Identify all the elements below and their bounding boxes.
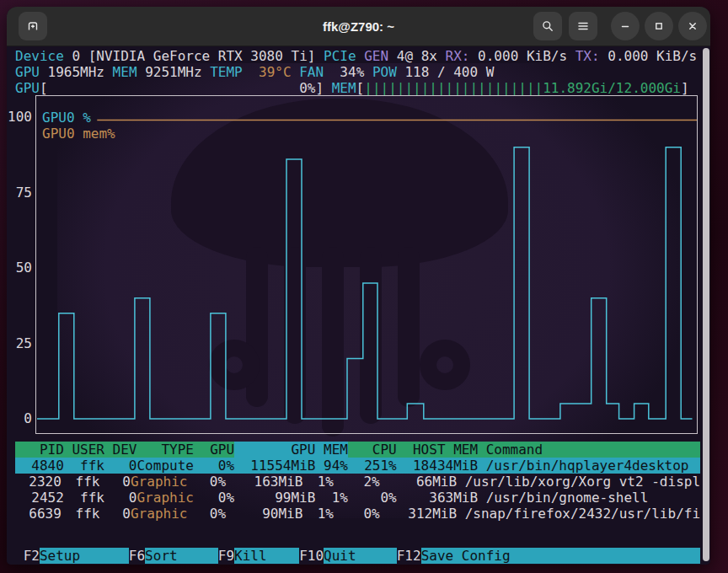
search-icon [541,19,554,33]
cell-command: /usr/bin/gnome-shell [478,490,700,506]
text-segment: 39°C [259,64,292,80]
y-tick-label: 50 [7,260,32,276]
cell-gpu: 0% [187,506,226,522]
cell-type: Graphic [131,474,187,490]
text-segment: [ [356,80,365,96]
text-segment: 4@ 8x [388,48,445,64]
process-row[interactable]: 2320 ffk 0 Graphic 0% 163MiB 1% 2% 66MiB… [15,474,700,490]
header-gpu: GPU [194,442,234,458]
function-key-action: Kill [234,548,299,564]
minimize-button[interactable] [611,12,640,40]
chart-legend: GPU0 % GPU0 mem% [42,110,115,142]
function-key-item[interactable]: F9 Kill [218,548,299,564]
footer-lead-space [15,548,24,564]
legend-gpu-label: GPU0 % [42,110,115,126]
cell-host-mem: 66MiB [380,474,457,490]
text-segment: 1965MHz [40,64,113,80]
process-row[interactable]: 6639 ffk 0 Graphic 0% 90MiB 1% 0% 312MiB… [15,506,700,522]
text-segment: MEM [332,80,356,96]
cell-command: /snap/firefox/2432/usr/lib/fi [457,506,700,522]
cell-dev: 0 [99,506,131,522]
legend-mem-label: GPU0 mem% [42,126,115,142]
header-gpu-mem: GPU [234,442,315,458]
cell-gpu-mem: 163MiB [226,474,302,490]
text-segment: FAN [299,64,324,80]
text-segment: [ [40,80,48,96]
menu-button[interactable] [569,12,597,40]
text-segment: 0 [NVIDIA GeForce RTX 3080 Ti] [64,48,324,64]
process-table-header[interactable]: PID USER DEV TYPE GPU GPU MEM CPU HOST M… [15,442,700,458]
terminal-window: ffk@Z790: ~ [7,7,710,565]
cell-mem: 1% [315,490,348,506]
function-key-action: Setup [40,548,129,564]
cell-pid: 2452 [15,490,64,506]
function-key-action: Quit [324,548,397,564]
cell-mem: 1% [302,506,334,522]
text-segment [292,64,300,80]
cell-gpu: 0% [187,474,226,490]
header-mem: MEM [315,442,348,458]
function-key-label: F6 [129,548,145,564]
cell-gpu-mem: 99MiB [234,490,315,506]
header-type: TYPE [136,442,193,458]
header-user: USER [64,442,104,458]
cell-command: /usr/lib/xorg/Xorg vt2 -displ [457,474,700,490]
cell-cpu: 251% [348,458,397,474]
cell-host-mem: 312MiB [380,506,457,522]
menu-icon [576,19,590,33]
text-segment: 9251MHz [137,64,211,80]
header-command: Command [478,442,700,458]
text-segment: GEN [364,48,388,64]
cell-type: Graphic [136,490,193,506]
function-key-label: F9 [218,548,234,564]
cell-gpu-mem: 90MiB [226,506,302,522]
device-info-line: Device 0 [NVIDIA GeForce RTX 3080 Ti] PC… [15,48,697,64]
gpu-usage-chart [36,96,697,433]
function-key-action: Sort [145,548,218,564]
header-dev: DEV [104,442,137,458]
text-segment: 0.000 KiB/s [469,48,575,64]
text-segment [243,64,259,80]
cell-gpu-mem: 11554MiB [234,458,315,474]
cell-mem: 94% [315,458,348,474]
new-tab-button[interactable] [19,12,47,40]
text-segment: ] [315,80,331,96]
cell-pid: 6639 [15,506,62,522]
cell-host-mem: 18434MiB [397,458,478,474]
header-pid: PID [15,442,64,458]
text-segment: MEM [113,64,137,80]
function-key-item[interactable]: F2 Setup [24,548,129,564]
process-row[interactable]: 4840 ffk 0 Compute 0% 11554MiB 94% 251% … [15,458,700,474]
search-button[interactable] [533,12,562,40]
gpu-usage-line [37,147,693,419]
function-key-item[interactable]: F10 Quit [299,548,397,564]
y-tick-label: 100 [7,110,32,125]
text-segment: TEMP [210,64,243,80]
cell-user: ffk [64,458,104,474]
cell-user: ffk [64,490,104,506]
function-key-item[interactable]: F6 Sort [129,548,218,564]
process-row[interactable]: 2452 ffk 0 Graphic 0% 99MiB 1% 0% 363MiB… [15,490,700,506]
text-segment: ] [681,80,689,96]
cell-user: ffk [62,506,100,522]
new-tab-icon [26,19,40,33]
minimize-icon [618,19,632,33]
scrollbar[interactable] [703,48,709,561]
cell-cpu: 0% [334,506,380,522]
cell-host-mem: 363MiB [397,490,478,506]
cell-user: ffk [62,474,100,490]
close-button[interactable] [678,12,707,40]
cell-pid: 4840 [15,458,64,474]
function-key-label: F12 [397,548,421,564]
maximize-button[interactable] [645,12,673,40]
function-key-item[interactable]: F12 Save Config [397,548,700,564]
cell-type: Compute [136,458,193,474]
cell-type: Graphic [131,506,187,522]
cell-command: /usr/bin/hqplayer4desktop [478,458,700,474]
text-segment: 34% [324,64,372,80]
gpu-mem-bars-line: GPU[ 0%] MEM[||||||||||||||||||||||11.89… [15,80,689,96]
header-host-mem: HOST MEM [397,442,478,458]
function-key-label: F10 [299,548,324,564]
function-key-action: Save Config [421,548,700,564]
terminal-content: Device 0 [NVIDIA GeForce RTX 3080 Ti] PC… [7,46,710,565]
